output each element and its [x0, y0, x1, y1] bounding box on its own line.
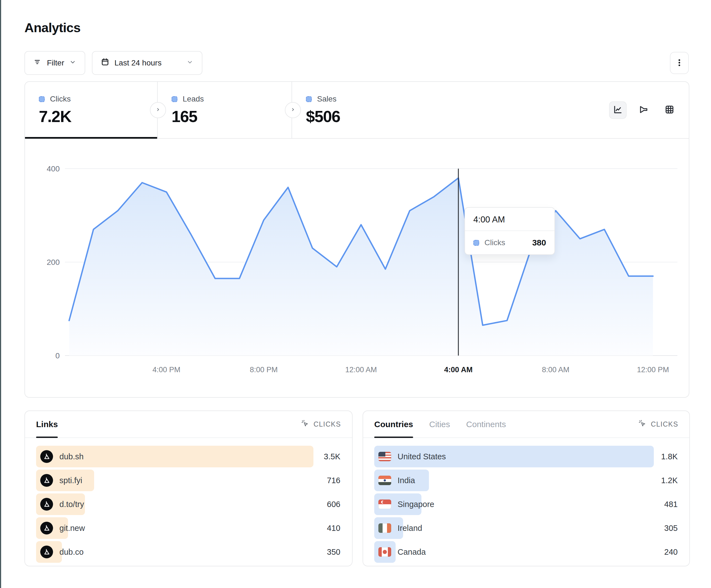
expand-leads-button[interactable] [285, 102, 301, 118]
chevron-down-icon [69, 59, 76, 68]
tab-links[interactable]: Links [36, 411, 58, 437]
clicks-area-chart[interactable]: 02004004:00 PM8:00 PM12:00 AM4:00 AM8:00… [25, 139, 689, 397]
svg-text:12:00 AM: 12:00 AM [345, 366, 377, 374]
svg-text:8:00 PM: 8:00 PM [250, 366, 278, 374]
funnel-view-button[interactable] [635, 101, 652, 119]
countries-metric-header[interactable]: CLICKS [638, 419, 678, 429]
stat-label: Sales [317, 95, 337, 104]
list-item[interactable]: spti.fyi 716 [36, 470, 341, 491]
date-range-label: Last 24 hours [114, 59, 161, 67]
links-metric-header[interactable]: CLICKS [301, 419, 341, 429]
list-item-value: 3.5K [324, 452, 340, 461]
list-item-value: 240 [664, 547, 678, 557]
tab-cities[interactable]: Cities [429, 411, 450, 437]
toolbar: Filter Last 24 hours [24, 51, 689, 75]
list-item[interactable]: India 1.2K [374, 470, 678, 491]
metric-label: CLICKS [651, 420, 678, 428]
chevron-down-icon [186, 59, 194, 68]
country-flag-icon [379, 476, 391, 485]
country-flag-icon [379, 499, 391, 509]
stat-label: Leads [183, 95, 204, 104]
list-item-label: dub.co [59, 547, 84, 557]
filter-icon [33, 58, 42, 68]
list-item-value: 350 [327, 547, 340, 557]
countries-panel: Countries Cities Continents CLICKS Unite… [363, 410, 690, 566]
sales-legend-square-icon [306, 96, 312, 102]
svg-text:0: 0 [55, 352, 60, 360]
tab-continents[interactable]: Continents [466, 411, 506, 437]
line-chart-view-button[interactable] [609, 101, 627, 119]
kebab-menu-icon [675, 58, 684, 68]
calendar-icon [101, 58, 109, 68]
chart-type-switcher [609, 101, 678, 119]
list-item[interactable]: dub.co 350 [36, 541, 341, 563]
metric-label: CLICKS [314, 420, 341, 428]
list-item[interactable]: git.new 410 [36, 517, 341, 539]
list-item-label: git.new [59, 524, 85, 533]
list-item-label: d.to/try [59, 500, 84, 509]
list-item[interactable]: Ireland 305 [374, 517, 678, 539]
analytics-card: Clicks 7.2K Leads 165 Sales $506 [24, 81, 689, 398]
list-item[interactable]: dub.sh 3.5K [36, 446, 341, 467]
list-item-value: 481 [664, 500, 678, 509]
list-item-label: India [397, 476, 415, 485]
list-item[interactable]: Canada 240 [374, 541, 678, 563]
table-view-button[interactable] [661, 101, 678, 119]
links-list: dub.sh 3.5K spti.fyi 716 d.to/try 6 [25, 438, 352, 563]
list-item-label: Singapore [397, 500, 434, 509]
tooltip-legend-square-icon [473, 240, 479, 246]
list-item-value: 1.8K [661, 452, 678, 461]
dub-logo-icon [40, 498, 53, 511]
stat-value: 165 [172, 107, 292, 126]
filter-label: Filter [47, 59, 64, 67]
expand-clicks-button[interactable] [150, 102, 166, 118]
list-item[interactable]: Singapore 481 [374, 493, 678, 515]
list-item-value: 606 [327, 500, 340, 509]
cursor-click-icon [638, 419, 647, 429]
tab-countries[interactable]: Countries [374, 411, 413, 437]
dub-logo-icon [40, 522, 53, 535]
chevron-right-icon [155, 107, 161, 114]
tab-leads[interactable]: Leads 165 [158, 82, 292, 138]
dub-logo-icon [40, 546, 53, 558]
country-flag-icon [379, 452, 391, 461]
links-panel: Links CLICKS dub.sh [24, 410, 352, 566]
chevron-right-icon [290, 107, 296, 114]
page-title: Analytics [24, 20, 81, 35]
funnel-icon [639, 105, 649, 116]
svg-text:12:00 PM: 12:00 PM [637, 366, 669, 374]
dub-logo-icon [40, 474, 53, 487]
tooltip-series: Clicks [484, 238, 505, 247]
tab-sales[interactable]: Sales $506 [292, 82, 436, 138]
stats-row: Clicks 7.2K Leads 165 Sales $506 [25, 82, 689, 139]
list-item-label: spti.fyi [59, 476, 82, 485]
tab-clicks[interactable]: Clicks 7.2K [25, 82, 158, 138]
svg-text:4:00 PM: 4:00 PM [152, 366, 180, 374]
date-range-button[interactable]: Last 24 hours [92, 51, 202, 75]
list-item-value: 410 [327, 524, 340, 533]
cursor-click-icon [301, 419, 309, 429]
country-flag-icon [379, 547, 391, 557]
svg-text:4:00 AM: 4:00 AM [444, 366, 473, 374]
tooltip-value: 380 [532, 238, 546, 247]
list-item[interactable]: United States 1.8K [374, 446, 678, 467]
stat-value: $506 [306, 107, 436, 126]
country-flag-icon [379, 523, 391, 533]
list-item-label: Canada [397, 547, 426, 557]
list-item-label: dub.sh [59, 452, 84, 461]
svg-text:200: 200 [47, 258, 60, 267]
list-item-value: 305 [664, 524, 678, 533]
countries-list: United States 1.8K India 1.2K Singapore … [363, 438, 689, 563]
list-item-value: 716 [327, 476, 340, 485]
table-grid-icon [664, 105, 675, 116]
leads-legend-square-icon [172, 96, 177, 102]
chart-tooltip: 4:00 AM Clicks 380 [465, 207, 555, 255]
line-chart-icon [613, 105, 623, 116]
stat-label: Clicks [50, 95, 71, 104]
list-item-label: Ireland [397, 524, 422, 533]
tooltip-time: 4:00 AM [465, 208, 555, 231]
stat-value: 7.2K [39, 107, 157, 126]
list-item[interactable]: d.to/try 606 [36, 493, 341, 515]
filter-button[interactable]: Filter [24, 51, 85, 75]
more-options-button[interactable] [670, 52, 689, 74]
